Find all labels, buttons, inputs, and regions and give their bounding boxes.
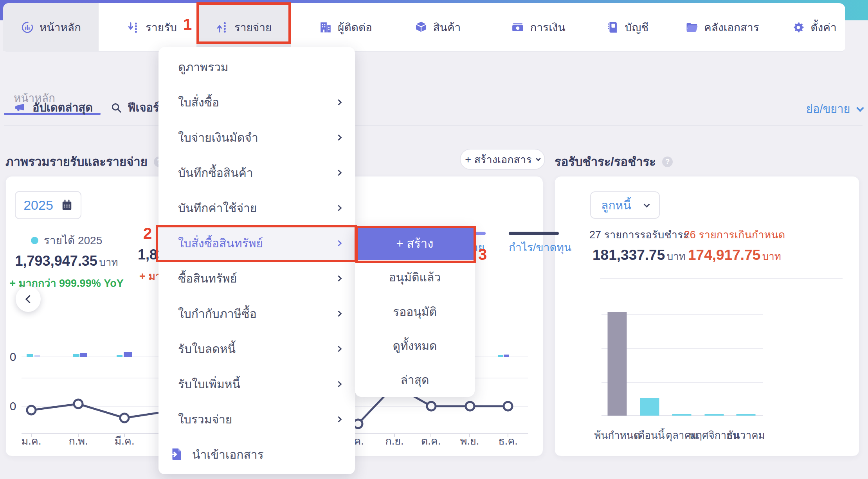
menu-item-label: ใบสั่งซื้อ [178,93,328,112]
nav-label-expense: รายจ่าย [234,19,272,36]
nav-item-contacts[interactable]: ผู้ติดต่อ [308,3,383,51]
cyan-dot-legend-icon [31,237,38,244]
kpi-income-value-row: 1,793,947.35 บาท [8,253,125,270]
chevron-right-icon [336,134,342,140]
tabs-divider [4,125,863,126]
menu-item-import-documents[interactable]: นำเข้าเอกสาร [158,437,355,472]
menu-item-label: ใบจ่ายเงินมัดจำ [178,128,328,147]
contacts-icon [319,21,332,34]
year-value: 2025 [23,198,53,213]
menu-item-purchase-tax-invoice[interactable]: ใบกำกับภาษีซื้อ [158,296,355,331]
collapse-expand-label: ย่อ/ขยาย [806,100,850,118]
step3-number: 3 [478,246,487,263]
chevron-right-icon [336,169,342,176]
debtor-filter-value: ลูกหนี้ [601,196,631,214]
debtor-filter-select[interactable]: ลูกหนี้ [590,191,660,219]
submenu-item-pending-approval[interactable]: รออนุมัติ [355,294,475,328]
receivable-value: 181,337.75 [592,247,665,263]
menu-item-asset-purchase-order[interactable]: ใบสั่งซื้อสินทรัพย์ [158,225,355,261]
nav-item-products[interactable]: สินค้า [406,3,469,51]
menu-item-label: ใบรวมจ่าย [178,410,328,429]
overdue-value: 174,917.75 [688,247,760,263]
calendar-icon [61,199,73,211]
menu-item-label: นำเข้าเอกสาร [192,445,341,464]
expense-dropdown-menu: ดูภาพรวม ใบสั่งซื้อ ใบจ่ายเงินมัดจำ บันท… [158,47,355,474]
submenu-item-label: ล่าสุด [400,371,429,389]
menu-item-receive-debit-note[interactable]: รับใบเพิ่มหนี้ [158,366,355,402]
menu-item-view-overview[interactable]: ดูภาพรวม [158,49,355,85]
carousel-previous-button[interactable] [16,286,41,312]
profit-loss-legend[interactable]: กำไร/ขาดทุน [509,239,571,256]
nav-item-income[interactable]: รายรับ [119,3,185,51]
kpi-income-legend: รายได้ 2025 [44,232,103,249]
nav-label-accounting: บัญชี [625,19,649,36]
dashboard-icon [21,21,34,34]
menu-item-label: ใบสั่งซื้อสินทรัพย์ [178,234,328,252]
tab-latest-updates-label: อัปเดตล่าสุด [32,99,93,117]
kpi-expense-yoy-fragment: + มา [139,268,161,285]
expense-icon [216,21,229,34]
menu-item-receive-credit-note[interactable]: รับใบลดหนี้ [158,331,355,366]
chevron-right-icon [336,381,342,387]
nav-item-settings[interactable]: ตั้งค่า [784,3,845,51]
menu-item-label: บันทึกค่าใช้จ่าย [178,199,328,217]
submenu-item-create[interactable]: + สร้าง [355,226,475,260]
submenu-item-approved[interactable]: อนุมัติแล้ว [355,260,475,294]
asset-po-submenu: + สร้าง อนุมัติแล้ว รออนุมัติ ดูทั้งหมด … [355,226,475,397]
nav-item-home[interactable]: หน้าหลัก [3,3,99,51]
menu-item-deposit-payment[interactable]: ใบจ่ายเงินมัดจำ [158,120,355,155]
overdue-count: 26 รายการเกินกำหนด [676,226,793,243]
kpi-income-legend-row[interactable]: รายได้ 2025 [8,232,125,249]
products-icon [414,21,428,34]
nav-label-home: หน้าหลัก [40,19,81,36]
menu-item-label: บันทึกซื้อสินค้า [178,164,328,182]
submenu-item-label: อนุมัติแล้ว [389,268,441,286]
kpi-income-value: 1,793,947.35 [15,253,97,269]
nav-label-documents: คลังเอกสาร [704,19,759,36]
search-icon [110,102,122,113]
submenu-item-latest[interactable]: ล่าสุด [355,363,475,397]
menu-item-label: ดูภาพรวม [178,58,341,76]
step2-number: 2 [143,225,152,242]
nav-label-products: สินค้า [433,19,461,36]
nav-label-income: รายรับ [146,19,177,36]
menu-item-combined-payment[interactable]: ใบรวมจ่าย [158,402,355,437]
overdue-unit: บาท [762,250,781,262]
documents-folder-icon [685,21,699,34]
chevron-left-icon [25,295,33,303]
year-picker[interactable]: 2025 [15,191,81,219]
tab-features[interactable]: ฟีเจอร์แ [110,99,166,117]
menu-item-buy-asset[interactable]: ซื้อสินทรัพย์ [158,261,355,296]
menu-item-label: ซื้อสินทรัพย์ [178,269,328,288]
create-document-button[interactable]: + สร้างเอกสาร [460,149,545,170]
menu-item-record-expense[interactable]: บันทึกค่าใช้จ่าย [158,190,355,225]
nav-item-accounting[interactable]: บัญชี [598,3,657,51]
nav-item-finance[interactable]: การเงิน [504,3,573,51]
help-icon[interactable]: ? [662,157,673,167]
collapse-expand-toggle[interactable]: ย่อ/ขยาย [806,100,863,118]
nav-label-contacts: ผู้ติดต่อ [338,19,372,36]
chevron-down-icon [856,104,864,112]
menu-item-label: ใบกำกับภาษีซื้อ [178,304,328,323]
app-root: ม.ค.ก.พ.มี.ค.เม.ย.พ.ค.มิ.ย.ก.ค.ส.ค.ก.ย.ต… [0,0,868,479]
kpi-income: รายได้ 2025 1,793,947.35 บาท + มากกว่า 9… [8,232,125,292]
overdue-value-row: 174,917.75 บาท [676,247,793,264]
create-document-label: + สร้างเอกสาร [465,151,532,168]
nav-item-expense[interactable]: รายจ่าย [196,3,291,51]
submenu-item-view-all[interactable]: ดูทั้งหมด [355,329,475,363]
menu-item-label: รับใบลดหนี้ [178,340,328,358]
accounting-icon [606,21,619,34]
finance-icon [511,21,524,34]
chevron-right-icon [336,205,342,211]
kpi-income-unit: บาท [99,256,118,268]
nav-item-documents[interactable]: คลังเอกสาร [678,3,766,51]
menu-item-purchase-order[interactable]: ใบสั่งซื้อ [158,85,355,120]
chevron-right-icon [336,310,342,317]
megaphone-icon [14,101,26,114]
step1-number: 1 [183,16,192,33]
menu-item-record-purchase[interactable]: บันทึกซื้อสินค้า [158,155,355,190]
nav-label-settings: ตั้งค่า [810,19,836,36]
tab-latest-updates[interactable]: อัปเดตล่าสุด [14,99,93,117]
profit-legend-line-icon [509,232,559,235]
chevron-right-icon [336,416,342,422]
